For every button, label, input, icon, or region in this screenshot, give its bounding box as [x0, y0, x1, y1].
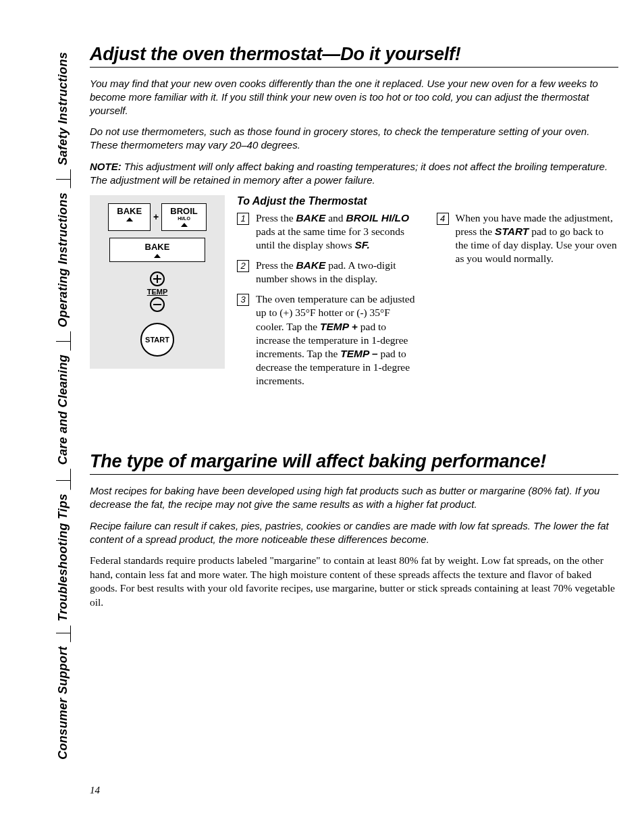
- control-panel-illustration: BAKE + BROIL HI/LO BAKE TEMP: [90, 195, 225, 369]
- page-content: Adjust the oven thermostat—Do it yoursel…: [71, 44, 618, 807]
- temp-pad-icon: TEMP: [98, 271, 217, 312]
- note-label: NOTE:: [90, 161, 122, 172]
- tab-care-and-cleaning: Care and Cleaning: [55, 350, 72, 469]
- subhead-adjust: To Adjust the Thermostat: [237, 195, 419, 207]
- sf-keyword: SF.: [354, 239, 369, 251]
- step-2: 2 Press the BAKE pad. A two-digit number…: [237, 259, 419, 286]
- start-keyword: START: [495, 226, 529, 237]
- tab-troubleshooting-tips: Troubleshooting Tips: [55, 490, 72, 625]
- page-number: 14: [90, 785, 100, 796]
- step-number-icon: 1: [237, 213, 249, 225]
- step1-text-e: pads at the same time for 3 seconds unti…: [256, 226, 404, 251]
- tab-consumer-support: Consumer Support: [55, 642, 72, 764]
- tab-separator: [56, 480, 71, 481]
- tab-separator: [56, 179, 71, 180]
- step-number-icon: 3: [237, 294, 249, 306]
- step-4: 4 When you have made the adjustment, pre…: [437, 211, 619, 266]
- temp-minus-keyword: TEMP –: [340, 348, 377, 359]
- plus-circle-icon: [150, 271, 165, 286]
- tab-separator: [56, 341, 71, 342]
- bake-pad-icon: BAKE: [108, 203, 151, 231]
- bake-label: BAKE: [145, 242, 170, 252]
- up-triangle-icon: [154, 254, 161, 258]
- step-3: 3 The oven temperature can be adjusted u…: [237, 292, 419, 388]
- broil-hilo-keyword: BROIL HI/LO: [346, 212, 409, 224]
- tab-separator: [56, 633, 71, 633]
- bake-keyword: BAKE: [296, 259, 325, 271]
- step-number-icon: 2: [237, 260, 249, 272]
- step-number-icon: 4: [437, 213, 449, 225]
- broil-sublabel: HI/LO: [170, 216, 197, 221]
- note-body: This adjustment will only affect baking …: [90, 161, 608, 186]
- section-title-margarine: The type of margarine will affect baking…: [90, 451, 618, 475]
- step-1: 1 Press the BAKE and BROIL HI/LO pads at…: [237, 211, 419, 252]
- broil-pad-icon: BROIL HI/LO: [161, 203, 206, 231]
- bake-label: BAKE: [117, 206, 142, 216]
- tab-safety-instructions: Safety Instructions: [55, 48, 72, 170]
- bake-pad-wide-icon: BAKE: [109, 238, 205, 262]
- up-triangle-icon: [181, 223, 188, 227]
- step1-text-c: and: [325, 212, 346, 224]
- section-title-thermostat: Adjust the oven thermostat—Do it yoursel…: [90, 44, 618, 68]
- broil-label: BROIL: [170, 206, 197, 216]
- start-pad-icon: START: [140, 323, 174, 357]
- minus-circle-icon: [150, 297, 165, 312]
- margarine-intro-1: Most recipes for baking have been develo…: [90, 484, 618, 511]
- margarine-body: Federal standards require products label…: [90, 554, 618, 609]
- side-tab-rail: Safety Instructions Operating Instructio…: [37, 44, 71, 807]
- bake-keyword: BAKE: [296, 212, 325, 224]
- margarine-intro-2: Recipe failure can result if cakes, pies…: [90, 519, 618, 546]
- intro-note: NOTE: This adjustment will only affect b…: [90, 160, 618, 187]
- up-triangle-icon: [126, 217, 133, 221]
- intro-familiarize: You may find that your new oven cooks di…: [90, 77, 618, 117]
- step2-text-a: Press the: [256, 259, 296, 271]
- tab-operating-instructions: Operating Instructions: [55, 188, 72, 332]
- plus-join-icon: +: [153, 211, 159, 222]
- temp-label: TEMP: [98, 288, 217, 296]
- intro-thermometers: Do not use thermometers, such as those f…: [90, 125, 618, 152]
- temp-plus-keyword: TEMP +: [320, 321, 358, 332]
- step1-text-a: Press the: [256, 212, 296, 224]
